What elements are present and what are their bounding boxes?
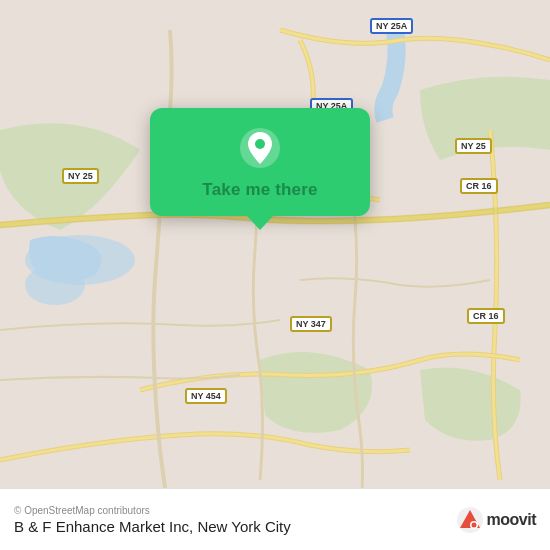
osm-credit: © OpenStreetMap contributors — [14, 505, 291, 516]
svg-point-6 — [471, 522, 476, 527]
bottom-bar: © OpenStreetMap contributors B & F Enhan… — [0, 488, 550, 550]
map-container: NY 25A NY 25A NY 25 NY 25 CR 16 CR 16 NY… — [0, 0, 550, 550]
take-me-there-button[interactable]: Take me there — [202, 180, 317, 200]
road-badge-ny25a-top: NY 25A — [370, 18, 413, 34]
moovit-logo: moovit — [456, 506, 536, 534]
road-badge-ny347: NY 347 — [290, 316, 332, 332]
road-badge-ny454: NY 454 — [185, 388, 227, 404]
road-badge-ny25-right: NY 25 — [455, 138, 492, 154]
road-badge-cr16-bot: CR 16 — [467, 308, 505, 324]
svg-point-3 — [255, 139, 265, 149]
location-pin-icon — [238, 126, 282, 170]
location-label: B & F Enhance Market Inc, New York City — [14, 518, 291, 535]
moovit-logo-icon — [456, 506, 484, 534]
moovit-text: moovit — [487, 511, 536, 529]
road-badge-cr16-top: CR 16 — [460, 178, 498, 194]
map-svg — [0, 0, 550, 550]
bottom-left: © OpenStreetMap contributors B & F Enhan… — [14, 505, 291, 535]
popup-card: Take me there — [150, 108, 370, 216]
road-badge-ny25-left: NY 25 — [62, 168, 99, 184]
